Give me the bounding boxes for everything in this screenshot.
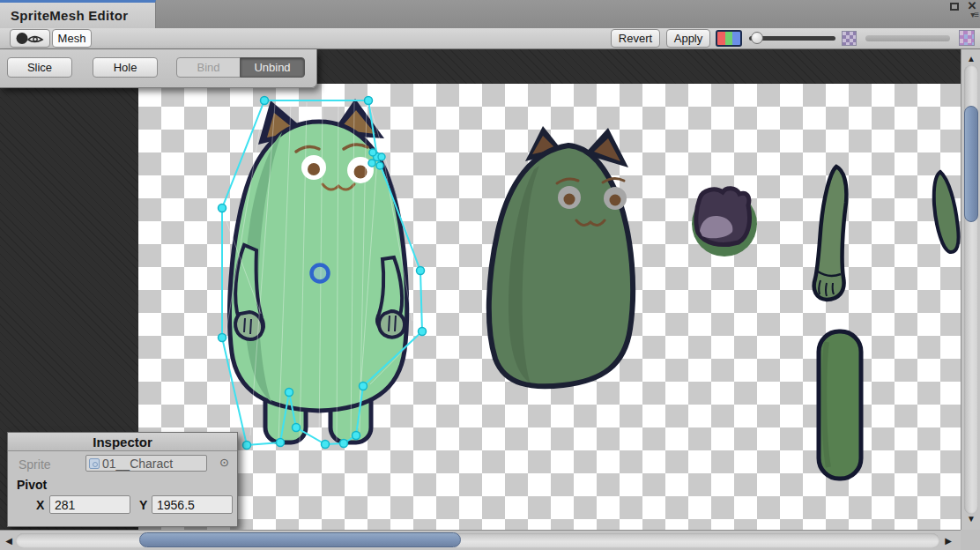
slider-knob[interactable] (751, 32, 763, 44)
sprite-mouth[interactable] (692, 189, 757, 256)
slider-track (865, 35, 950, 41)
maximize-icon[interactable] (950, 3, 959, 11)
pivot-x-label: X (36, 498, 44, 512)
sprite-body[interactable] (489, 126, 633, 386)
eye-icon (15, 32, 45, 45)
sprite-object-value: 01__Charact (102, 457, 173, 471)
scroll-up-icon[interactable]: ▲ (961, 51, 980, 67)
object-picker-icon[interactable]: ⊙ (219, 456, 229, 469)
revert-button[interactable]: Revert (611, 29, 660, 48)
pivot-label: Pivot (8, 476, 237, 495)
pivot-y-label: Y (139, 498, 147, 512)
horizontal-scroll-track[interactable] (16, 533, 939, 548)
spritemesh-editor-window: SpriteMesh Editor ✕ ▾≡ Mesh Revert Apply (0, 0, 980, 550)
texture-swatch-icon-2[interactable] (959, 30, 975, 46)
texture-swatch-icon[interactable] (842, 31, 857, 46)
window-menu-icon[interactable]: ▾≡ (961, 10, 978, 20)
horizontal-scrollbar[interactable]: ◀ ▶ (0, 530, 961, 550)
scroll-left-icon[interactable]: ◀ (2, 531, 16, 550)
rgb-channels-button[interactable] (716, 30, 742, 47)
apply-button[interactable]: Apply (666, 29, 710, 48)
bind-button[interactable]: Bind (176, 57, 241, 78)
pivot-x-field[interactable] (49, 495, 130, 514)
window-tab[interactable]: SpriteMesh Editor (0, 0, 156, 28)
mesh-tools-panel: Slice Hole Bind Unbind (0, 49, 317, 88)
pivot-handle[interactable] (312, 265, 329, 282)
scroll-down-icon[interactable]: ▼ (961, 511, 980, 527)
window-tab-label: SpriteMesh Editor (11, 8, 128, 23)
sprite-label: Sprite (19, 457, 51, 472)
titlebar: SpriteMesh Editor ✕ ▾≡ (0, 0, 980, 28)
sprite-object-field[interactable]: 01__Charact (85, 455, 207, 472)
scroll-right-icon[interactable]: ▶ (941, 531, 955, 550)
unbind-button[interactable]: Unbind (240, 57, 305, 78)
sprite-arm[interactable] (814, 167, 847, 300)
secondary-slider[interactable] (864, 30, 952, 46)
sprite-arm-partial[interactable] (934, 172, 959, 252)
editor-canvas[interactable]: Slice Hole Bind Unbind Inspector Sprite … (0, 49, 980, 550)
pivot-y-field[interactable] (152, 495, 233, 514)
slice-button[interactable]: Slice (7, 57, 72, 78)
scrollbar-corner (961, 530, 980, 550)
tab-mesh[interactable]: Mesh (52, 29, 92, 48)
horizontal-scroll-thumb[interactable] (139, 532, 461, 547)
vertical-scroll-thumb[interactable] (964, 106, 978, 222)
inspector-title: Inspector (8, 433, 237, 451)
overlay-opacity-slider[interactable] (747, 30, 837, 46)
overlay-visibility-toggle[interactable] (10, 29, 50, 48)
hole-button[interactable]: Hole (93, 57, 158, 78)
vertical-scrollbar[interactable]: ▲ ▼ (961, 49, 980, 530)
sprite-icon (89, 458, 100, 469)
main-toolbar: Mesh Revert Apply (0, 28, 980, 49)
inspector-panel: Inspector Sprite 01__Charact ⊙ Pivot X Y (7, 432, 238, 527)
sprite-leg[interactable] (819, 331, 861, 479)
